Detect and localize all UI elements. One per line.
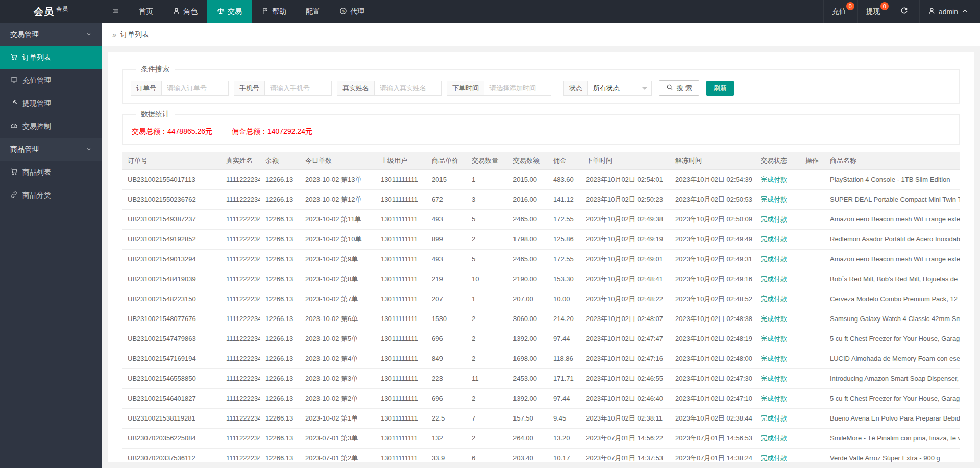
column-header-actions: 操作 bbox=[800, 152, 825, 169]
unfreeze-time-cell: 2023年10月02日 02:47:30 bbox=[670, 368, 755, 388]
trade-status-cell: 完成付款 bbox=[755, 189, 800, 209]
trade-status-cell: 完成付款 bbox=[755, 249, 800, 269]
balance-cell: 12266.13 bbox=[260, 169, 300, 189]
today-order-count-cell: 2023-10-02 第13单 bbox=[300, 169, 376, 189]
parent-user-cell: 13011111111 bbox=[376, 169, 427, 189]
brand-sup: 会员 bbox=[56, 5, 68, 13]
today-order-count-cell: 2023-10-02 第3单 bbox=[300, 368, 376, 388]
unit-price-cell: 219 bbox=[427, 269, 467, 289]
nav-item-roles[interactable]: 角色 bbox=[163, 0, 207, 23]
today-order-count-cell: 2023-10-02 第5单 bbox=[300, 329, 376, 349]
order-no-cell: UB2307020356225084 bbox=[122, 428, 221, 448]
commission-cell: 153.30 bbox=[548, 269, 581, 289]
trade-amount-cell: 1698.00 bbox=[508, 349, 548, 368]
cart-icon bbox=[10, 168, 18, 177]
product-name-cell: 5 cu ft Chest Freezer for Your House, Ga… bbox=[825, 388, 960, 408]
real-name-cell: 11112222345 bbox=[221, 169, 260, 189]
user-menu[interactable]: admin bbox=[919, 0, 980, 23]
trade-amount-cell: 203.40 bbox=[508, 448, 548, 462]
product-name-cell: 5 cu ft Chest Freezer for Your House, Ga… bbox=[825, 329, 960, 349]
search-panel: 条件搜索 订单号 手机号 真实姓名 下单时间 bbox=[122, 65, 960, 104]
nav-item-config[interactable]: 配置 bbox=[296, 0, 330, 23]
real-name-cell: 11112222345 bbox=[221, 309, 260, 329]
unit-price-cell: 132 bbox=[427, 428, 467, 448]
product-name-cell: PlayStation 4 Console - 1TB Slim Edition bbox=[825, 169, 960, 189]
trade-amount-cell: 2453.00 bbox=[508, 368, 548, 388]
username: admin bbox=[939, 8, 958, 16]
actions-cell bbox=[800, 249, 825, 269]
chevron-down-icon bbox=[86, 145, 92, 154]
orders-table-wrap: 订单号真实姓名余额今日单数上级用户商品单价交易数量交易数额佣金下单时间解冻时间交… bbox=[122, 152, 960, 462]
sidebar-group-product[interactable]: 商品管理 bbox=[0, 138, 102, 161]
balance-cell: 12266.13 bbox=[260, 388, 300, 408]
actions-cell bbox=[800, 289, 825, 309]
today-order-count-cell: 2023-07-01 第2单 bbox=[300, 448, 376, 462]
unfreeze-time-cell: 2023年10月02日 02:48:52 bbox=[670, 289, 755, 309]
unfreeze-time-cell: 2023年10月02日 02:50:53 bbox=[670, 189, 755, 209]
unfreeze-time-cell: 2023年10月02日 02:48:00 bbox=[670, 349, 755, 368]
parent-user-cell: 13011111111 bbox=[376, 329, 427, 349]
sidebar-item-withdraw-mgmt[interactable]: 提现管理 bbox=[0, 92, 102, 115]
today-order-count-cell: 2023-10-02 第8单 bbox=[300, 269, 376, 289]
nav-item-trade[interactable]: 交易 bbox=[207, 0, 252, 23]
today-order-count-cell: 2023-10-02 第12单 bbox=[300, 189, 376, 209]
double-arrow-icon: » bbox=[112, 30, 116, 39]
table-row: UB23100215474798631111222234512266.13202… bbox=[122, 329, 960, 349]
trade-qty-cell: 7 bbox=[467, 408, 508, 428]
sidebar-item-recharge-mgmt[interactable]: 充值管理 bbox=[0, 69, 102, 92]
order-time-cell: 2023年10月02日 02:54:01 bbox=[581, 169, 670, 189]
sidebar-group-trade[interactable]: 交易管理 bbox=[0, 23, 102, 46]
gavel-icon bbox=[10, 99, 18, 108]
unit-price-cell: 672 bbox=[427, 189, 467, 209]
refresh-page-button[interactable] bbox=[892, 0, 919, 23]
order-time-input[interactable] bbox=[484, 81, 551, 96]
brand-logo: 会员会员 bbox=[0, 0, 102, 23]
real-name-cell: 11112222345 bbox=[221, 408, 260, 428]
nav-item-agent[interactable]: $ 代理 bbox=[330, 0, 374, 23]
today-order-count-cell: 2023-10-02 第9单 bbox=[300, 249, 376, 269]
parent-user-cell: 13011111111 bbox=[376, 229, 427, 249]
withdraw-button[interactable]: 提现 0 bbox=[857, 0, 892, 23]
table-row: UB23100215484190391111222234512266.13202… bbox=[122, 269, 960, 289]
recharge-button[interactable]: 充值 0 bbox=[823, 0, 857, 23]
unfreeze-time-cell: 2023年10月02日 02:38:44 bbox=[670, 408, 755, 428]
sidebar-item-trade-control[interactable]: 交易控制 bbox=[0, 115, 102, 138]
today-order-count-cell: 2023-10-02 第10单 bbox=[300, 229, 376, 249]
sidebar-item-order-list[interactable]: 订单列表 bbox=[0, 46, 102, 69]
trade-qty-cell: 1 bbox=[467, 169, 508, 189]
actions-cell bbox=[800, 229, 825, 249]
column-header-trade-qty: 交易数量 bbox=[467, 152, 508, 169]
sidebar-item-product-list[interactable]: 商品列表 bbox=[0, 161, 102, 184]
sidebar-item-product-category[interactable]: 商品分类 bbox=[0, 184, 102, 207]
balance-cell: 12266.13 bbox=[260, 269, 300, 289]
unit-price-cell: 22.5 bbox=[427, 408, 467, 428]
trade-qty-cell: 2 bbox=[467, 229, 508, 249]
real-name-cell: 11112222345 bbox=[221, 368, 260, 388]
nav-collapse-toggle[interactable] bbox=[102, 0, 129, 23]
balance-cell: 12266.13 bbox=[260, 448, 300, 462]
nav-item-help[interactable]: 帮助 bbox=[252, 0, 296, 23]
commission-cell: 10.00 bbox=[548, 289, 581, 309]
order-time-cell: 2023年10月02日 02:46:55 bbox=[581, 368, 670, 388]
commission-cell: 172.55 bbox=[548, 209, 581, 229]
speedometer-icon bbox=[10, 122, 18, 131]
hamburger-icon bbox=[112, 7, 119, 16]
search-button[interactable]: 搜 索 bbox=[659, 80, 699, 96]
phone-input[interactable] bbox=[264, 81, 332, 96]
status-select[interactable]: 所有状态 bbox=[587, 81, 652, 96]
actions-cell bbox=[800, 388, 825, 408]
order-no-input[interactable] bbox=[161, 81, 229, 96]
real-name-cell: 11112222345 bbox=[221, 209, 260, 229]
unit-price-cell: 849 bbox=[427, 349, 467, 368]
column-header-order-no: 订单号 bbox=[122, 152, 221, 169]
order-time-cell: 2023年07月01日 14:56:22 bbox=[581, 428, 670, 448]
nav-item-home[interactable]: 首页 bbox=[129, 0, 163, 23]
table-row: UB23100215465588501111222234512266.13202… bbox=[122, 368, 960, 388]
trade-qty-cell: 2 bbox=[467, 309, 508, 329]
table-row: UB23070203562250841111222234512266.13202… bbox=[122, 428, 960, 448]
unfreeze-time-cell: 2023年10月02日 02:49:49 bbox=[670, 229, 755, 249]
refresh-button[interactable]: 刷新 bbox=[706, 81, 734, 96]
order-time-cell: 2023年10月02日 02:50:23 bbox=[581, 189, 670, 209]
real-name-input[interactable] bbox=[374, 81, 442, 96]
commission-cell: 10.17 bbox=[548, 448, 581, 462]
